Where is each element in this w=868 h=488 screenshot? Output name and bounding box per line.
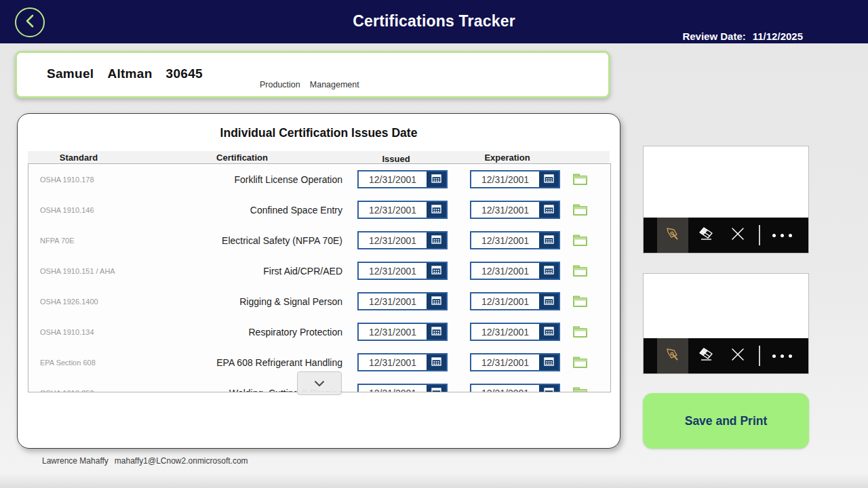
certifications-panel: Individual Certification Issues Date Sta… [17, 113, 620, 449]
calendar-icon [544, 235, 554, 247]
folder-button[interactable] [572, 295, 589, 308]
clear-signature-button[interactable] [722, 338, 753, 373]
certification-label: Electrical Safety (NFPA 70E) [178, 235, 342, 246]
calendar-button[interactable] [539, 354, 559, 370]
issued-date-input[interactable]: 12/31/2001 [357, 323, 448, 341]
certification-label: Forklift License Operation [178, 174, 342, 185]
calendar-button[interactable] [427, 293, 446, 309]
folder-icon [572, 238, 589, 249]
pen-tool-button[interactable] [657, 338, 688, 373]
issued-date-value: 12/31/2001 [359, 293, 427, 309]
issued-date-input[interactable]: 12/31/2001 [357, 201, 448, 219]
folder-icon [572, 177, 589, 188]
expiration-date-input[interactable]: 12/31/2001 [470, 201, 560, 219]
expiration-date-value: 12/31/2001 [471, 232, 539, 248]
eraser-icon [698, 346, 715, 366]
calendar-icon [431, 204, 441, 216]
calendar-button[interactable] [427, 232, 446, 248]
expiration-date-input[interactable]: 12/31/2001 [470, 353, 560, 371]
more-options-button[interactable] [772, 234, 792, 237]
calendar-button[interactable] [539, 385, 559, 392]
column-header-expiration: Experation [467, 152, 548, 163]
issued-date-input[interactable]: 12/31/2001 [357, 353, 448, 371]
issued-date-input[interactable]: 12/31/2001 [357, 170, 448, 188]
pen-icon [665, 346, 681, 365]
calendar-button[interactable] [427, 263, 446, 279]
column-header-certification: Certification [195, 152, 290, 163]
folder-button[interactable] [572, 203, 589, 217]
calendar-button[interactable] [539, 171, 559, 187]
more-options-button[interactable] [772, 354, 792, 358]
signature-canvas-1[interactable] [644, 146, 808, 218]
eraser-tool-button[interactable] [691, 218, 722, 253]
calendar-icon [544, 265, 554, 277]
column-header-issued: Issued [362, 154, 430, 164]
issued-date-input[interactable]: 12/31/2001 [357, 292, 448, 310]
calendar-button[interactable] [427, 385, 446, 392]
eraser-tool-button[interactable] [691, 338, 722, 373]
calendar-button[interactable] [427, 324, 446, 340]
chevron-down-icon [314, 378, 325, 390]
folder-button[interactable] [572, 234, 589, 247]
calendar-icon [431, 174, 441, 186]
clear-signature-button[interactable] [722, 218, 753, 253]
calendar-button[interactable] [427, 202, 446, 218]
calendar-icon [544, 204, 554, 216]
expiration-date-input[interactable]: 12/31/2001 [470, 170, 560, 188]
calendar-icon [544, 357, 554, 369]
expiration-date-input[interactable]: 12/31/2001 [470, 231, 560, 249]
expiration-date-input[interactable]: 12/31/2001 [470, 323, 560, 341]
expiration-date-input[interactable]: 12/31/2001 [470, 384, 560, 392]
save-and-print-button[interactable]: Save and Print [643, 393, 809, 449]
issued-date-value: 12/31/2001 [359, 354, 427, 370]
issued-date-value: 12/31/2001 [359, 232, 427, 248]
folder-button[interactable] [572, 325, 589, 339]
review-date-value: 11/12/2025 [753, 30, 803, 42]
employee-department-name: Production [260, 80, 300, 89]
folder-icon [572, 329, 589, 341]
pen-icon [665, 226, 681, 245]
signature-pad-1 [643, 146, 809, 253]
folder-button[interactable] [572, 264, 589, 278]
folder-button[interactable] [572, 386, 589, 393]
calendar-button[interactable] [539, 232, 559, 248]
calendar-icon [431, 265, 441, 277]
toolbar-divider [759, 225, 760, 245]
calendar-button[interactable] [539, 293, 559, 309]
standard-label: OSHA 1910.151 / AHA [28, 267, 178, 275]
certification-row: OSHA 1910.134Respiratory Protection12/31… [28, 317, 610, 347]
calendar-button[interactable] [427, 354, 446, 370]
certification-row: OSHA 1910.151 / AHAFirst Aid/CPR/AED12/3… [28, 256, 610, 286]
expiration-date-input[interactable]: 12/31/2001 [470, 262, 560, 280]
employee-first-name: Samuel [47, 66, 94, 81]
standard-label: OSHA 1926.1400 [28, 298, 178, 306]
issued-date-input[interactable]: 12/31/2001 [357, 384, 448, 392]
panel-title: Individual Certification Issues Date [18, 126, 620, 140]
folder-icon [572, 360, 589, 371]
folder-button[interactable] [572, 356, 589, 369]
folder-icon [572, 299, 589, 310]
folder-icon [572, 207, 589, 219]
calendar-button[interactable] [427, 171, 446, 187]
certifications-table[interactable]: OSHA 1910.178Forklift License Operation1… [28, 163, 611, 392]
calendar-icon [431, 296, 441, 308]
pen-tool-button[interactable] [657, 218, 688, 253]
calendar-icon [544, 174, 554, 186]
expiration-date-value: 12/31/2001 [471, 385, 539, 392]
expiration-date-input[interactable]: 12/31/2001 [470, 292, 560, 310]
issued-date-input[interactable]: 12/31/2001 [357, 262, 448, 280]
scroll-down-button[interactable] [297, 371, 342, 395]
calendar-button[interactable] [539, 202, 559, 218]
calendar-button[interactable] [539, 324, 559, 340]
calendar-button[interactable] [539, 263, 559, 279]
certification-row: OSHA 1926.1400Rigging & Signal Person12/… [28, 286, 610, 317]
employee-last-name: Altman [107, 66, 152, 81]
employee-role: Management [310, 80, 359, 89]
calendar-icon [431, 326, 441, 338]
folder-button[interactable] [572, 173, 589, 186]
signature-canvas-2[interactable] [644, 274, 808, 338]
issued-date-input[interactable]: 12/31/2001 [357, 231, 448, 249]
expiration-date-value: 12/31/2001 [471, 202, 539, 218]
certification-row: NFPA 70EElectrical Safety (NFPA 70E)12/3… [28, 225, 610, 256]
expiration-date-value: 12/31/2001 [471, 354, 539, 370]
